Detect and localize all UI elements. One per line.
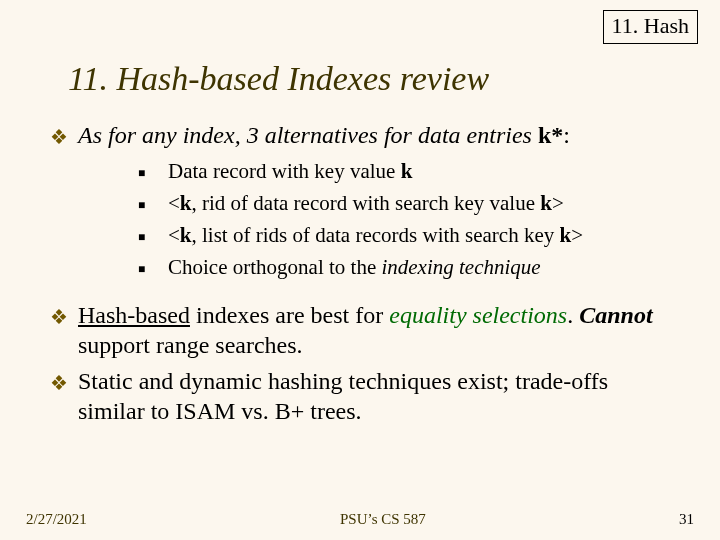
t: Static and dynamic hashing techniques ex… [78,368,608,424]
t-bold: k [560,223,572,247]
t: indexes are best for [190,302,389,328]
sub-1-text: Data record with key value k [168,158,680,186]
t: , rid of data record with search key val… [192,191,541,215]
diamond-icon: ❖ [50,300,78,360]
t-bold-italic: Cannot [579,302,652,328]
sub-2-text: <k, rid of data record with search key v… [168,190,680,218]
sub-3-text: <k, list of rids of data records with se… [168,222,680,250]
t-bold: k [401,159,413,183]
square-icon: ■ [138,222,168,250]
bullet-2-text: Hash-based indexes are best for equality… [78,300,680,360]
t-underline: Hash-based [78,302,190,328]
slide-title: 11. Hash-based Indexes review [68,60,720,98]
sub-1: ■ Data record with key value k [138,158,680,186]
diamond-icon: ❖ [50,120,78,152]
t-italic: indexing technique [381,255,540,279]
t-emphasis: equality selections [389,302,567,328]
t: < [168,223,180,247]
t: Choice orthogonal to the [168,255,381,279]
t: Data record with key value [168,159,401,183]
bullet-3: ❖ Static and dynamic hashing techniques … [50,366,680,426]
bullet-2: ❖ Hash-based indexes are best for equali… [50,300,680,360]
bullet-1-subs: ■ Data record with key value k ■ <k, rid… [138,158,680,282]
footer-course: PSU’s CS 587 [87,511,679,528]
footer-page-number: 31 [679,511,694,528]
sub-3: ■ <k, list of rids of data records with … [138,222,680,250]
sub-2: ■ <k, rid of data record with search key… [138,190,680,218]
bullet-1-text: As for any index, 3 alternatives for dat… [78,120,680,152]
sub-4-text: Choice orthogonal to the indexing techni… [168,254,680,282]
topic-tag: 11. Hash [603,10,698,44]
footer: 2/27/2021 PSU’s CS 587 31 [0,511,720,528]
t: > [571,223,583,247]
t: , list of rids of data records with sear… [192,223,560,247]
text: As for any index, 3 alternatives for dat… [78,122,538,148]
slide-content: ❖ As for any index, 3 alternatives for d… [50,120,680,426]
t-bold: k [180,191,192,215]
text-bold: k* [538,122,563,148]
bullet-3-text: Static and dynamic hashing techniques ex… [78,366,680,426]
square-icon: ■ [138,254,168,282]
text: : [563,122,570,148]
square-icon: ■ [138,190,168,218]
t: . [567,302,579,328]
t: < [168,191,180,215]
t-bold: k [540,191,552,215]
sub-4: ■ Choice orthogonal to the indexing tech… [138,254,680,282]
footer-date: 2/27/2021 [26,511,87,528]
t: support range searches. [78,332,303,358]
square-icon: ■ [138,158,168,186]
bullet-1: ❖ As for any index, 3 alternatives for d… [50,120,680,152]
diamond-icon: ❖ [50,366,78,426]
t: > [552,191,564,215]
t-bold: k [180,223,192,247]
